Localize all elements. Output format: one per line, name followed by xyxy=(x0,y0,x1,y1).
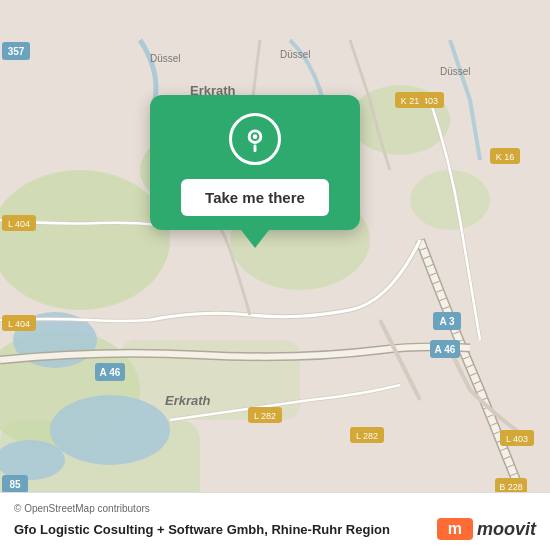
svg-text:L 404: L 404 xyxy=(8,319,30,329)
svg-text:B 228: B 228 xyxy=(499,482,523,492)
svg-text:A 46: A 46 xyxy=(100,367,121,378)
take-me-there-button[interactable]: Take me there xyxy=(181,179,329,216)
map-background: A 3 A 46 A 46 L 282 L 282 L 403 L 403 L … xyxy=(0,0,550,550)
location-name: Gfo Logistic Cosulting + Software Gmbh, … xyxy=(14,522,437,537)
svg-text:Düssel: Düssel xyxy=(280,49,311,60)
svg-text:A 46: A 46 xyxy=(435,344,456,355)
svg-text:A 3: A 3 xyxy=(439,316,455,327)
svg-text:Düssel: Düssel xyxy=(150,53,181,64)
svg-text:85: 85 xyxy=(9,479,21,490)
svg-text:Düssel: Düssel xyxy=(440,66,471,77)
location-marker-icon xyxy=(229,113,281,165)
bottom-bar: © OpenStreetMap contributors Gfo Logisti… xyxy=(0,492,550,550)
location-popup: Take me there xyxy=(150,95,360,230)
moovit-wordmark: moovit xyxy=(477,519,536,540)
svg-text:K 16: K 16 xyxy=(496,152,515,162)
svg-text:L 404: L 404 xyxy=(8,219,30,229)
svg-text:357: 357 xyxy=(8,46,25,57)
moovit-m-icon: m xyxy=(437,518,473,540)
map-container: A 3 A 46 A 46 L 282 L 282 L 403 L 403 L … xyxy=(0,0,550,550)
location-row: Gfo Logistic Cosulting + Software Gmbh, … xyxy=(14,518,536,540)
svg-text:L 282: L 282 xyxy=(356,431,378,441)
map-attribution: © OpenStreetMap contributors xyxy=(14,503,536,514)
moovit-logo: m moovit xyxy=(437,518,536,540)
svg-text:L 403: L 403 xyxy=(506,434,528,444)
svg-text:L 282: L 282 xyxy=(254,411,276,421)
svg-point-46 xyxy=(253,134,258,139)
svg-point-10 xyxy=(50,395,170,465)
svg-text:Erkrath: Erkrath xyxy=(165,393,211,408)
svg-text:K 21: K 21 xyxy=(401,96,420,106)
